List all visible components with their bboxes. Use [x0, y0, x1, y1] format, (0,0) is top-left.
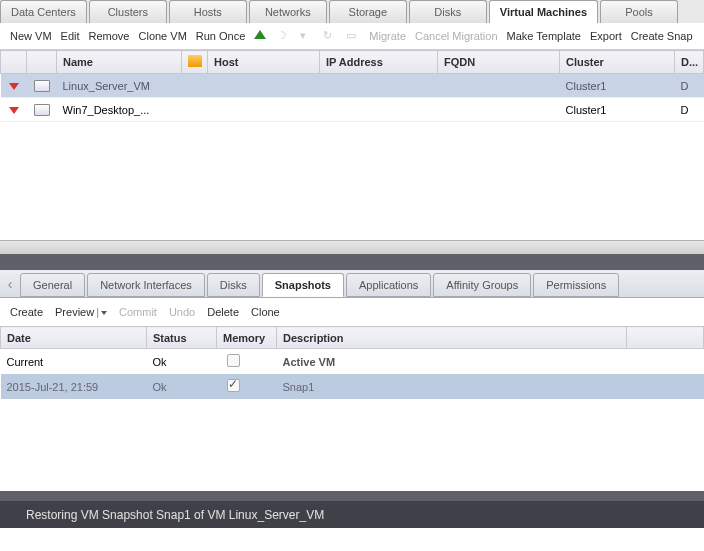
col-host-icon[interactable] [182, 51, 208, 74]
cancel-migration-button: Cancel Migration [415, 30, 498, 42]
snapshot-commit-button: Commit [119, 306, 157, 318]
status-down-icon [9, 83, 19, 90]
tab-clusters[interactable]: Clusters [89, 0, 167, 23]
vm-table: Name Host IP Address FQDN Cluster D... L… [0, 50, 704, 122]
cell-cluster: Cluster1 [560, 74, 675, 98]
subtab-applications[interactable]: Applications [346, 273, 431, 297]
chevron-down-icon[interactable] [101, 311, 107, 315]
snapshot-table: Date Status Memory Description Current O… [0, 326, 704, 399]
tab-networks[interactable]: Networks [249, 0, 327, 23]
cell-name: Linux_Server_VM [57, 74, 182, 98]
run-once-button[interactable]: Run Once [196, 30, 246, 42]
cell-ip [320, 74, 438, 98]
memory-checkbox[interactable] [227, 379, 240, 392]
col-date[interactable]: Date [1, 327, 147, 349]
cell-date: 2015-Jul-21, 21:59 [1, 374, 147, 399]
cell-description: Snap1 [277, 374, 627, 399]
tab-virtual-machines[interactable]: Virtual Machines [489, 0, 598, 23]
create-snapshot-button[interactable]: Create Snap [631, 30, 693, 42]
cell-ip [320, 98, 438, 122]
col-memory[interactable]: Memory [217, 327, 277, 349]
table-row[interactable]: Current Ok Active VM [1, 349, 704, 375]
snapshot-undo-button: Undo [169, 306, 195, 318]
snapshot-preview-button[interactable]: Preview| [55, 306, 107, 318]
suspend-icon: ☽ [277, 29, 291, 43]
cell-name: Win7_Desktop_... [57, 98, 182, 122]
status-message: Restoring VM Snapshot Snap1 of VM Linux_… [26, 508, 324, 522]
cell-cluster: Cluster1 [560, 98, 675, 122]
edit-button[interactable]: Edit [61, 30, 80, 42]
detail-tab-bar: ‹ General Network Interfaces Disks Snaps… [0, 270, 704, 298]
subtab-general[interactable]: General [20, 273, 85, 297]
cell-description: Active VM [277, 349, 627, 375]
table-row[interactable]: 2015-Jul-21, 21:59 Ok Snap1 [1, 374, 704, 399]
export-button[interactable]: Export [590, 30, 622, 42]
memory-checkbox[interactable] [227, 354, 240, 367]
tab-scroll-left-icon[interactable]: ‹ [0, 270, 20, 297]
status-down-icon [9, 107, 19, 114]
snapshot-clone-button[interactable]: Clone [251, 306, 280, 318]
snapshot-create-button[interactable]: Create [10, 306, 43, 318]
horizontal-scrollbar[interactable] [0, 240, 704, 254]
col-host[interactable]: Host [208, 51, 320, 74]
col-fqdn[interactable]: FQDN [438, 51, 560, 74]
vm-table-body-space [0, 122, 704, 240]
cell-status: Ok [147, 374, 217, 399]
table-row[interactable]: Linux_Server_VM Cluster1 D [1, 74, 704, 98]
status-bar: Restoring VM Snapshot Snap1 of VM Linux_… [0, 501, 704, 528]
make-template-button[interactable]: Make Template [507, 30, 581, 42]
snapshot-delete-button[interactable]: Delete [207, 306, 239, 318]
subtab-snapshots[interactable]: Snapshots [262, 273, 344, 297]
tab-data-centers[interactable]: Data Centers [0, 0, 87, 23]
cell-host [208, 74, 320, 98]
run-icon[interactable] [254, 29, 268, 43]
vm-action-bar: New VM Edit Remove Clone VM Run Once ☽ ▾… [0, 23, 704, 50]
cell-host [208, 98, 320, 122]
tab-storage[interactable]: Storage [329, 0, 407, 23]
col-extra[interactable] [627, 327, 704, 349]
clone-vm-button[interactable]: Clone VM [139, 30, 187, 42]
table-row[interactable]: Win7_Desktop_... Cluster1 D [1, 98, 704, 122]
shutdown-icon: ▾ [300, 29, 314, 43]
subtab-permissions[interactable]: Permissions [533, 273, 619, 297]
new-vm-button[interactable]: New VM [10, 30, 52, 42]
col-ip[interactable]: IP Address [320, 51, 438, 74]
subtab-disks[interactable]: Disks [207, 273, 260, 297]
snapshot-table-body-space [0, 399, 704, 491]
panel-separator[interactable] [0, 254, 704, 270]
col-type[interactable] [27, 51, 57, 74]
col-name[interactable]: Name [57, 51, 182, 74]
migrate-button: Migrate [369, 30, 406, 42]
col-cluster[interactable]: Cluster [560, 51, 675, 74]
reboot-icon: ↻ [323, 29, 337, 43]
console-icon: ▭ [346, 29, 360, 43]
cell-fqdn [438, 98, 560, 122]
cell-fqdn [438, 74, 560, 98]
vm-type-icon [34, 80, 50, 92]
tab-pools[interactable]: Pools [600, 0, 678, 23]
tab-hosts[interactable]: Hosts [169, 0, 247, 23]
col-datacenter[interactable]: D... [675, 51, 704, 74]
cell-dc: D [675, 74, 704, 98]
subtab-network-interfaces[interactable]: Network Interfaces [87, 273, 205, 297]
cell-status: Ok [147, 349, 217, 375]
col-status[interactable] [1, 51, 27, 74]
main-tab-bar: Data Centers Clusters Hosts Networks Sto… [0, 0, 704, 23]
bottom-separator [0, 491, 704, 501]
subtab-affinity-groups[interactable]: Affinity Groups [433, 273, 531, 297]
cell-date: Current [1, 349, 147, 375]
vm-type-icon [34, 104, 50, 116]
col-snap-status[interactable]: Status [147, 327, 217, 349]
remove-button[interactable]: Remove [89, 30, 130, 42]
snapshot-action-bar: Create Preview| Commit Undo Delete Clone [0, 298, 704, 326]
tab-disks[interactable]: Disks [409, 0, 487, 23]
cell-dc: D [675, 98, 704, 122]
col-description[interactable]: Description [277, 327, 627, 349]
